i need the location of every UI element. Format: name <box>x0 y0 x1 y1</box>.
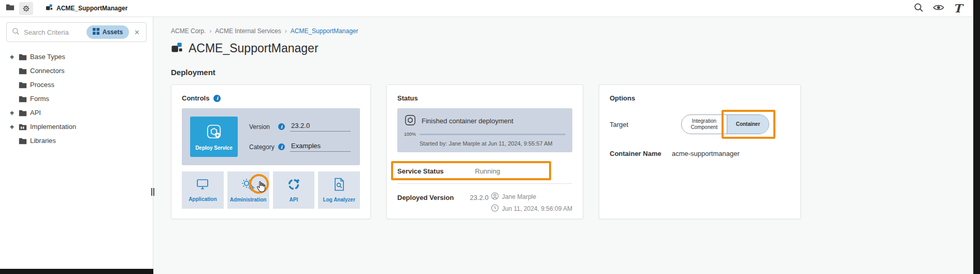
hand-cursor-icon <box>256 181 266 194</box>
main-content: ACME Corp. › ACME Internal Services › AC… <box>154 17 973 274</box>
expand-icon[interactable]: + <box>8 123 16 131</box>
breadcrumb-item[interactable]: ACME Internal Services <box>215 27 281 35</box>
deployment-cards: Controls i Deploy Service Version i <box>171 84 973 219</box>
tree-item-label: API <box>30 109 41 117</box>
assets-filter-chip[interactable]: Assets <box>87 25 129 39</box>
search-box: Assets ✕ <box>6 22 147 42</box>
app-window: ACME_SupportManager T Assets <box>0 0 980 274</box>
deployed-meta: Jane Marple Jun 11, 2024, 9:56:09 AM <box>491 192 572 213</box>
started-by-text: Started by: Jane Marple at Jun 11, 2024,… <box>420 140 566 147</box>
version-label: Version <box>249 123 278 131</box>
asset-tab[interactable]: ACME_SupportManager <box>46 4 127 13</box>
search-icon <box>12 27 20 37</box>
options-card-title: Options <box>610 94 790 102</box>
log-analyzer-icon <box>333 178 345 193</box>
controls-card: Controls i Deploy Service Version i <box>171 84 371 219</box>
deployed-at-time: Jun 11, 2024, 9:56:09 AM <box>502 205 572 212</box>
section-heading: Deployment <box>171 68 973 77</box>
info-icon[interactable]: i <box>278 123 285 130</box>
application-icon <box>195 178 210 193</box>
tree-item-label: Forms <box>30 95 49 103</box>
annotation-highlight-rect <box>722 110 775 139</box>
tree-item-label: Libraries <box>30 137 56 145</box>
folder-icon <box>19 109 27 117</box>
search-input[interactable] <box>24 28 82 36</box>
clear-search-icon[interactable]: ✕ <box>133 27 141 37</box>
tree-item-label: Process <box>30 81 54 89</box>
deployed-at-row: Jun 11, 2024, 9:56:09 AM <box>491 204 572 213</box>
explorer-folder-icon[interactable] <box>6 4 15 13</box>
asset-type-icon <box>171 41 183 55</box>
info-icon[interactable]: i <box>278 143 285 150</box>
asset-tab-title: ACME_SupportManager <box>56 5 127 12</box>
deploy-panel: Deploy Service Version i 23.2.0 Category… <box>182 108 360 165</box>
topbar: ACME_SupportManager T <box>0 0 973 17</box>
target-row: Target Integration Component Container <box>610 114 790 134</box>
status-message-row: Finished container deployment <box>404 114 566 128</box>
tree-item-label: Connectors <box>30 67 64 75</box>
folder-icon <box>19 67 27 75</box>
api-tile[interactable]: API <box>273 171 315 209</box>
implementation-folder-icon <box>19 123 27 131</box>
tree-item-implementation[interactable]: + Implementation <box>0 120 153 134</box>
breadcrumb-item-current[interactable]: ACME_SupportManager <box>291 27 358 35</box>
tree-item-connectors[interactable]: Connectors <box>0 64 153 78</box>
deployed-version-label: Deployed Version <box>397 192 470 201</box>
options-title-text: Options <box>610 94 635 102</box>
folder-icon <box>19 137 27 145</box>
deploy-service-icon <box>206 123 222 142</box>
clock-icon <box>491 204 499 213</box>
options-card: Options Target Integration Component Con… <box>599 84 801 219</box>
deployment-status-panel: Finished container deployment 100% Start… <box>397 108 572 152</box>
tree-item-label: Implementation <box>30 123 76 131</box>
topbar-right: T <box>914 3 973 15</box>
tree-item-label: Base Types <box>30 53 65 61</box>
target-option-integration-component[interactable]: Integration Component <box>682 115 727 134</box>
version-input[interactable]: 23.2.0 <box>290 122 351 132</box>
topbar-left: ACME_SupportManager <box>0 2 127 15</box>
desktop-edge-bottom <box>0 269 153 274</box>
tree-item-libraries[interactable]: Libraries <box>0 134 153 148</box>
log-analyzer-tile[interactable]: Log Analyzer <box>318 171 360 209</box>
title-row: ACME_SupportManager <box>171 41 973 55</box>
asset-type-icon <box>46 4 53 13</box>
progress-bar <box>420 134 566 135</box>
category-input[interactable]: Examples <box>290 142 351 152</box>
deployment-message: Finished container deployment <box>422 117 513 125</box>
divider <box>397 183 572 184</box>
tree-item-base-types[interactable]: + Base Types <box>0 50 153 64</box>
tile-label: Administration <box>230 197 267 203</box>
settings-gear-button[interactable] <box>19 2 33 15</box>
person-icon <box>491 192 499 201</box>
tile-label: Log Analyzer <box>323 197 355 203</box>
progress-percent-label: 100% <box>404 132 420 137</box>
breadcrumb-item[interactable]: ACME Corp. <box>171 27 206 35</box>
deployed-by-row: Jane Marple <box>491 192 572 201</box>
sidebar: Assets ✕ + Base Types Connectors Process <box>0 17 153 269</box>
expand-icon[interactable]: + <box>8 53 16 61</box>
version-field-row: Version i 23.2.0 <box>249 122 351 132</box>
tree-item-api[interactable]: + API <box>0 106 153 120</box>
tree-item-forms[interactable]: Forms <box>0 92 153 106</box>
expand-icon[interactable]: + <box>8 109 16 117</box>
breadcrumb: ACME Corp. › ACME Internal Services › AC… <box>171 27 973 35</box>
preview-eye-icon[interactable] <box>933 4 944 13</box>
deploy-service-button[interactable]: Deploy Service <box>190 117 238 157</box>
service-status-row: Service Status Running <box>397 166 572 176</box>
progress-row: 100% <box>404 132 566 137</box>
info-icon[interactable]: i <box>213 95 221 102</box>
global-search-icon[interactable] <box>914 3 924 15</box>
assets-filter-label: Assets <box>103 28 123 36</box>
brand-logo: T <box>954 3 962 14</box>
category-label: Category <box>249 143 278 151</box>
tile-label: API <box>290 197 298 203</box>
category-field-row: Category i Examples <box>249 142 351 152</box>
page-title: ACME_SupportManager <box>189 41 319 55</box>
deploy-fields: Version i 23.2.0 Category i Examples <box>249 117 352 157</box>
container-name-value: acme-supportmanager <box>672 150 740 157</box>
breadcrumb-separator: › <box>209 27 211 35</box>
sidebar-resize-handle[interactable] <box>151 188 155 196</box>
tree-item-process[interactable]: Process <box>0 78 153 92</box>
folder-icon <box>19 81 27 89</box>
application-tile[interactable]: Application <box>182 171 224 209</box>
